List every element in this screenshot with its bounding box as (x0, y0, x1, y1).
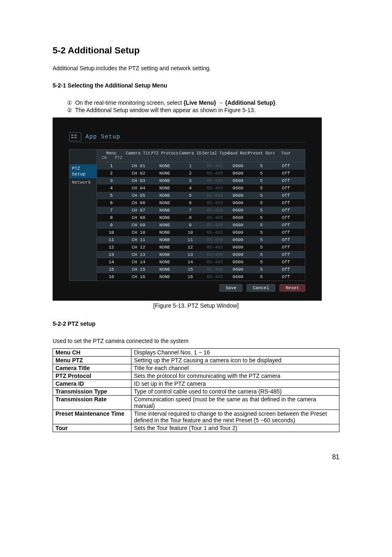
page-number: 81 (53, 453, 339, 461)
table-row[interactable]: 5CH 05NONE5RS-48596005Off (97, 192, 305, 199)
save-button[interactable]: Save (219, 284, 242, 292)
cell-ptz-protocol: NONE (151, 266, 178, 273)
col-camera-id: Camera ID (178, 150, 202, 162)
cell-ptz-protocol: NONE (151, 184, 178, 192)
sidebar-item-network[interactable]: Network (69, 178, 97, 186)
cell-ch: 13 (97, 251, 126, 258)
table-row[interactable]: 7CH 07NONE7RS-48596005Off (97, 207, 305, 214)
cell-serial-type: RS-485 (202, 273, 228, 281)
steps-list: ① On the real-time monitoring screen, se… (66, 99, 339, 113)
step-number-icon: ① (66, 99, 73, 106)
table-row: PTZ ProtocolSets the protocol for commun… (53, 372, 339, 380)
cell-camera-title: CH 14 (126, 258, 151, 266)
cell-tour: Off (274, 199, 297, 207)
cell-camera-id: 3 (178, 177, 202, 184)
cell-tour: Off (274, 192, 297, 199)
cell-camera-id: 4 (178, 184, 202, 192)
reset-button[interactable]: Reset (279, 284, 305, 292)
cell-serial-type: RS-485 (202, 266, 228, 273)
cell-camera-title: CH 15 (126, 266, 151, 273)
table-row[interactable]: 2CH 02NONE2RS-48596005Off (97, 170, 305, 177)
table-row[interactable]: 16CH 16NONE16RS-48596005Off (97, 273, 305, 281)
table-row[interactable]: 15CH 15NONE15RS-48596005Off (97, 266, 305, 273)
cell-ptz-protocol: NONE (151, 199, 178, 207)
table-row[interactable]: 3CH 03NONE3RS-48596005Off (97, 177, 305, 184)
table-row[interactable]: 11CH 11NONE11RS-48596005Off (97, 236, 305, 244)
cell-tour: Off (274, 214, 297, 221)
cell-preset-duration: 5 (248, 244, 274, 251)
cell-preset-duration: 5 (248, 207, 274, 214)
table-row[interactable]: 12CH 12NONE12RS-48596005Off (97, 244, 305, 251)
col-serial-type: Serial Type (202, 150, 228, 162)
def-key: Menu PTZ (53, 357, 131, 364)
cell-preset-duration: 5 (248, 258, 274, 266)
step-1-pre: On the real-time monitoring screen, sele… (75, 99, 184, 106)
cell-camera-title: CH 10 (126, 229, 151, 236)
step-1-post: . (275, 99, 277, 106)
table-row[interactable]: 4CH 04NONE4RS-48596005Off (97, 184, 305, 192)
cell-camera-id: 11 (178, 236, 202, 244)
cancel-button[interactable]: Cancel (247, 284, 275, 292)
col-menu-ch: CH (97, 156, 111, 160)
table-row[interactable]: 6CH 06NONE6RS-48596005Off (97, 199, 305, 207)
sidebar-item-label: Network (72, 180, 91, 185)
cell-preset-duration: 5 (248, 184, 274, 192)
cell-baud-rate: 9600 (228, 184, 248, 192)
def-key: Camera ID (53, 380, 131, 388)
def-value: Sets the Tour feature (Tour 1 and Tour 2… (131, 424, 339, 432)
cell-camera-title: CH 08 (126, 214, 151, 221)
app-setup-screenshot: App Setup PTZ Setup Network Menu CH (53, 117, 322, 301)
def-key: Menu CH (53, 349, 131, 357)
table-row: Menu PTZSetting up the PTZ causing a cam… (53, 357, 339, 364)
cell-baud-rate: 9600 (228, 162, 248, 170)
cell-ch: 7 (97, 207, 126, 214)
cell-serial-type: RS-485 (202, 192, 228, 199)
cell-camera-title: CH 03 (126, 177, 151, 184)
cell-baud-rate: 9600 (228, 177, 248, 184)
cell-serial-type: RS-485 (202, 236, 228, 244)
cell-serial-type: RS-485 (202, 207, 228, 214)
table-row[interactable]: 8CH 08NONE8RS-48596005Off (97, 214, 305, 221)
cell-camera-title: CH 09 (126, 221, 151, 229)
table-row[interactable]: 13CH 13NONE13RS-48596005Off (97, 251, 305, 258)
cell-camera-id: 12 (178, 244, 202, 251)
cell-preset-duration: 5 (248, 266, 274, 273)
cell-ch: 14 (97, 258, 126, 266)
sidebar-item-ptz-setup[interactable]: PTZ Setup (69, 164, 97, 178)
cell-serial-type: RS-485 (202, 170, 228, 177)
def-value: Sets the protocol for communicating with… (131, 372, 339, 380)
def-value: Type of control cable used to control th… (131, 388, 339, 396)
step-2-text: The Additional Setup window will then ap… (75, 107, 256, 113)
cell-ptz-protocol: NONE (151, 251, 178, 258)
cell-ptz-protocol: NONE (151, 258, 178, 266)
table-row: Transmission TypeType of control cable u… (53, 388, 339, 396)
cell-ch: 6 (97, 199, 126, 207)
cell-ptz-protocol: NONE (151, 244, 178, 251)
cell-tour: Off (274, 162, 297, 170)
cell-tour: Off (274, 170, 297, 177)
cell-tour: Off (274, 251, 297, 258)
cell-preset-duration: 5 (248, 177, 274, 184)
cell-baud-rate: 9600 (228, 214, 248, 221)
cell-camera-title: CH 07 (126, 207, 151, 214)
cell-serial-type: RS-485 (202, 221, 228, 229)
cell-preset-duration: 5 (248, 199, 274, 207)
app-title: App Setup (85, 133, 120, 140)
cell-ptz-protocol: NONE (151, 170, 178, 177)
table-row[interactable]: 10CH 10NONE10RS-48596005Off (97, 229, 305, 236)
def-value: Time interval required to change to the … (131, 410, 339, 424)
table-row[interactable]: 14CH 14NONE14RS-48596005Off (97, 258, 305, 266)
step-1-additional-setup: {Additional Setup} (225, 99, 275, 106)
col-menu: Menu CH PTZ (97, 150, 126, 162)
cell-tour: Off (274, 184, 297, 192)
cell-ch: 16 (97, 273, 126, 281)
cell-camera-id: 2 (178, 170, 202, 177)
cell-camera-title: CH 04 (126, 184, 151, 192)
cell-camera-id: 13 (178, 251, 202, 258)
cell-tour: Off (274, 177, 297, 184)
section-heading: 5-2 Additional Setup (53, 45, 339, 56)
cell-ptz-protocol: NONE (151, 221, 178, 229)
table-row[interactable]: 9CH 09NONE9RS-48596005Off (97, 221, 305, 229)
cell-ptz-protocol: NONE (151, 192, 178, 199)
table-row[interactable]: 1CH 01NONE1RS-48596005Off (97, 162, 305, 170)
